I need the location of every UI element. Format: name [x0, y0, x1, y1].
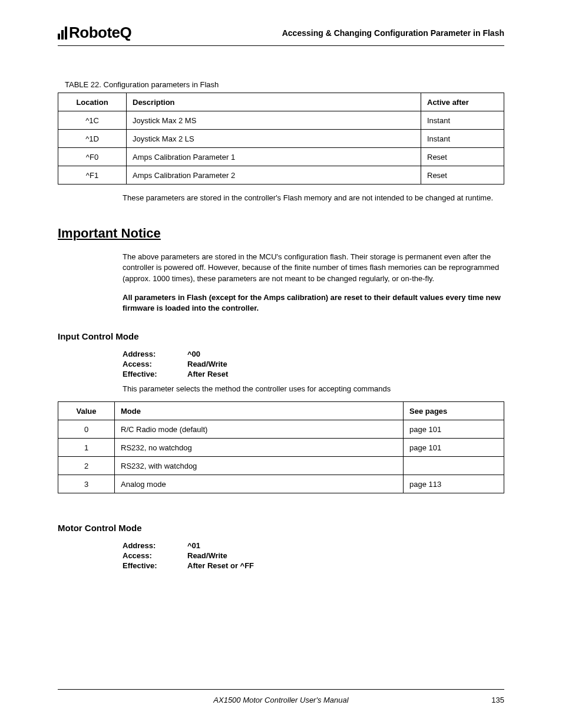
caption-prefix: TABLE 22.: [65, 80, 104, 89]
effective-label: Effective:: [123, 370, 187, 378]
access-value: Read/Write: [187, 551, 227, 560]
cell-location: ^F1: [58, 166, 127, 185]
cell-value: 3: [58, 475, 115, 493]
caption-text: Configuration parameters in Flash: [104, 80, 219, 89]
logo: RoboteQ: [58, 24, 131, 42]
access-label: Access:: [123, 360, 187, 368]
page-header: RoboteQ Accessing & Changing Configurati…: [58, 24, 504, 46]
effective-label: Effective:: [123, 561, 187, 570]
cell-location: ^1D: [58, 130, 127, 148]
access-value: Read/Write: [187, 360, 227, 368]
table-header-row: Location Description Active after: [58, 93, 504, 111]
th-value: Value: [58, 402, 115, 420]
cell-value: 0: [58, 420, 115, 439]
page-footer: AX1500 Motor Controller User's Manual 13…: [58, 689, 504, 704]
para-flash-storage: These parameters are stored in the contr…: [123, 193, 504, 203]
effective-value: After Reset or ^FF: [187, 561, 254, 570]
cell-description: Amps Calibration Parameter 2: [127, 166, 421, 185]
header-title: Accessing & Changing Configuration Param…: [282, 28, 504, 38]
logo-text: RoboteQ: [69, 24, 131, 42]
table-header-row: Value Mode See pages: [58, 402, 504, 420]
table-row: 1 RS232, no watchdog page 101: [58, 439, 504, 457]
important-notice-heading: Important Notice: [58, 226, 504, 241]
notice-bold: All parameters in Flash (except for the …: [123, 292, 504, 314]
cell-mode: RS232, with watchdog: [115, 457, 404, 475]
cell-value: 1: [58, 439, 115, 457]
table-row: ^1D Joystick Max 2 LS Instant: [58, 130, 504, 148]
table-row: 3 Analog mode page 113: [58, 475, 504, 493]
cell-active: Reset: [421, 166, 504, 185]
cell-mode: R/C Radio mode (default): [115, 420, 404, 439]
cell-value: 2: [58, 457, 115, 475]
address-label: Address:: [123, 541, 187, 550]
th-see: See pages: [404, 402, 504, 420]
table-row: ^F1 Amps Calibration Parameter 2 Reset: [58, 166, 504, 185]
effective-value: After Reset: [187, 370, 228, 378]
input-mode-table: Value Mode See pages 0 R/C Radio mode (d…: [58, 401, 504, 493]
notice-para: The above parameters are stored in the M…: [123, 252, 504, 284]
config-params-table: Location Description Active after ^1C Jo…: [58, 93, 504, 185]
th-description: Description: [127, 93, 421, 111]
motor-mode-params: Address: ^01 Access: Read/Write Effectiv…: [123, 541, 504, 570]
cell-active: Instant: [421, 111, 504, 130]
address-value: ^01: [187, 541, 200, 550]
input-mode-desc: This parameter selects the method the co…: [123, 384, 504, 393]
cell-see: page 101: [404, 439, 504, 457]
input-mode-params: Address: ^00 Access: Read/Write Effectiv…: [123, 350, 504, 393]
cell-location: ^F0: [58, 148, 127, 166]
input-control-mode-heading: Input Control Mode: [58, 331, 504, 341]
table-row: 2 RS232, with watchdog: [58, 457, 504, 475]
motor-control-mode-heading: Motor Control Mode: [58, 523, 504, 533]
cell-mode: Analog mode: [115, 475, 404, 493]
th-active: Active after: [421, 93, 504, 111]
cell-description: Joystick Max 2 MS: [127, 111, 421, 130]
th-mode: Mode: [115, 402, 404, 420]
cell-see: page 113: [404, 475, 504, 493]
table-row: 0 R/C Radio mode (default) page 101: [58, 420, 504, 439]
cell-active: Reset: [421, 148, 504, 166]
logo-bars-icon: [58, 27, 67, 39]
cell-see: [404, 457, 504, 475]
table-caption: TABLE 22. Configuration parameters in Fl…: [65, 80, 504, 89]
footer-title: AX1500 Motor Controller User's Manual: [213, 696, 348, 704]
cell-description: Joystick Max 2 LS: [127, 130, 421, 148]
address-value: ^00: [187, 350, 200, 358]
cell-mode: RS232, no watchdog: [115, 439, 404, 457]
footer-page-number: 135: [491, 696, 504, 704]
table-row: ^F0 Amps Calibration Parameter 1 Reset: [58, 148, 504, 166]
cell-description: Amps Calibration Parameter 1: [127, 148, 421, 166]
cell-location: ^1C: [58, 111, 127, 130]
access-label: Access:: [123, 551, 187, 560]
cell-see: page 101: [404, 420, 504, 439]
table-row: ^1C Joystick Max 2 MS Instant: [58, 111, 504, 130]
cell-active: Instant: [421, 130, 504, 148]
th-location: Location: [58, 93, 127, 111]
address-label: Address:: [123, 350, 187, 358]
